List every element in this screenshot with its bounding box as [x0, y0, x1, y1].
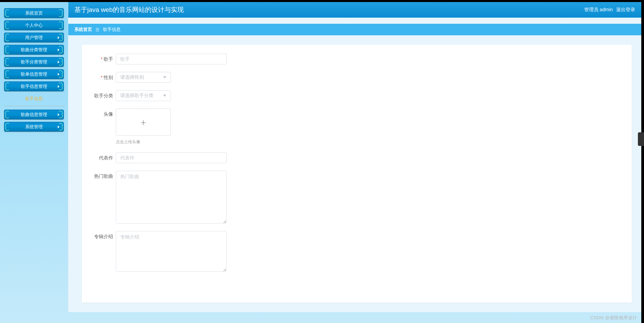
plus-icon: ＋	[139, 116, 148, 128]
main-panel: 基于java web的音乐网站的设计与实现 管理员 admin 退出登录 系统首…	[68, 2, 641, 312]
hot-songs-label: 热门歌曲	[91, 171, 116, 182]
chevron-down-icon	[163, 76, 166, 78]
sidebar-item-label: 系统管理	[25, 124, 43, 130]
sidebar-item-label: 歌单信息管理	[21, 71, 47, 77]
app-header: 基于java web的音乐网站的设计与实现 管理员 admin 退出登录	[68, 2, 641, 18]
sidebar-item-4[interactable]: 歌手分类管理	[4, 57, 64, 67]
sidebar-item-label: 歌手信息管理	[21, 83, 47, 90]
right-window-edge	[641, 0, 644, 323]
representative-label: 代表作	[91, 152, 116, 163]
sidebar-item-label: 个人中心	[25, 22, 43, 28]
sidebar-divider	[4, 106, 64, 106]
chevron-right-icon	[58, 73, 59, 76]
category-label: 歌手分类	[91, 90, 116, 101]
breadcrumb: 系统首页 ☰ 歌手信息	[68, 24, 641, 35]
chevron-right-icon	[58, 85, 59, 88]
album-intro-textarea[interactable]	[116, 231, 227, 272]
chevron-right-icon	[58, 126, 59, 128]
sidebar-item-2[interactable]: 用户管理	[4, 33, 64, 42]
sidebar-item-b1[interactable]: 系统管理	[4, 122, 64, 132]
chevron-right-icon	[58, 49, 59, 51]
logout-link[interactable]: 退出登录	[616, 7, 635, 13]
breadcrumb-current: 歌手信息	[103, 26, 121, 33]
sidebar-item-label: 歌曲信息管理	[21, 112, 47, 118]
category-select[interactable]: 请选择歌手分类	[116, 90, 171, 101]
chevron-right-icon	[58, 36, 59, 39]
sidebar: 系统首页个人中心用户管理歌曲分类管理歌手分类管理歌单信息管理歌手信息管理 歌手信…	[0, 2, 68, 312]
sidebar-item-label: 用户管理	[25, 35, 43, 41]
sidebar-item-label: 系统首页	[25, 10, 43, 16]
hot-songs-textarea[interactable]	[116, 171, 227, 224]
watermark-text: CSDN @退限程序设计	[590, 315, 637, 321]
breadcrumb-sep-icon: ☰	[95, 27, 100, 32]
sidebar-item-1[interactable]: 个人中心	[4, 20, 64, 30]
header-spacer	[68, 18, 641, 24]
representative-input[interactable]	[116, 152, 227, 163]
chevron-right-icon	[58, 113, 59, 116]
app-title: 基于java web的音乐网站的设计与实现	[74, 5, 184, 14]
sidebar-item-0[interactable]: 系统首页	[4, 8, 64, 18]
sidebar-item-b0[interactable]: 歌曲信息管理	[4, 110, 64, 119]
sidebar-item-5[interactable]: 歌单信息管理	[4, 69, 64, 79]
singer-form: *歌手 *性别 请选择性别 歌手分类 请选择歌手分类	[82, 45, 632, 303]
gender-select[interactable]: 请选择性别	[116, 72, 171, 83]
avatar-upload-hint: 点击上传头像	[116, 139, 171, 145]
avatar-label: 头像	[91, 109, 116, 119]
sidebar-item-label: 歌手分类管理	[21, 59, 47, 65]
album-intro-label: 专辑介绍	[91, 231, 116, 242]
gender-placeholder: 请选择性别	[120, 74, 144, 80]
breadcrumb-root[interactable]: 系统首页	[74, 26, 92, 33]
side-collapse-button[interactable]	[638, 132, 644, 146]
singer-input[interactable]	[116, 54, 227, 64]
gender-label: *性别	[91, 72, 116, 83]
sidebar-item-6[interactable]: 歌手信息管理	[4, 81, 64, 91]
sidebar-item-label: 歌曲分类管理	[21, 47, 47, 53]
chevron-down-icon	[163, 95, 166, 97]
sidebar-sub-singer-info[interactable]: 歌手信息	[4, 94, 64, 104]
category-placeholder: 请选择歌手分类	[120, 93, 154, 99]
chevron-right-icon	[58, 61, 59, 63]
avatar-upload-button[interactable]: ＋	[116, 109, 171, 136]
sidebar-item-3[interactable]: 歌曲分类管理	[4, 45, 64, 55]
admin-label[interactable]: 管理员 admin	[584, 7, 613, 13]
singer-label: *歌手	[91, 54, 116, 64]
